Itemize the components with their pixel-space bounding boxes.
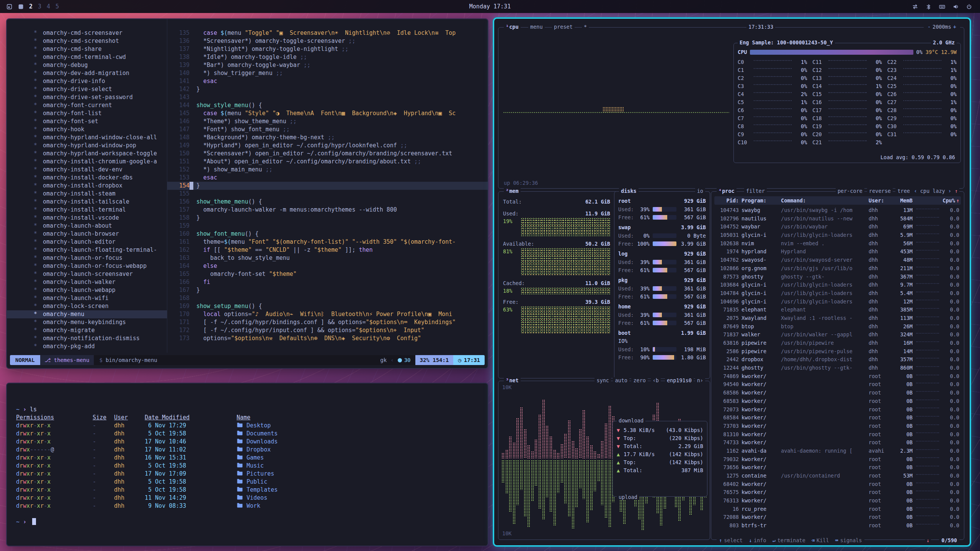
code-line[interactable]: 171 [ -f ~/.config/hypr/bindings.conf ] … xyxy=(167,318,488,326)
file-list-item[interactable]: * omarchy-menu-keybindings xyxy=(7,318,167,326)
menu-button[interactable]: menu xyxy=(528,24,545,30)
file-list-item[interactable]: * omarchy-font-list xyxy=(7,109,167,117)
footer-action[interactable]: ⌫Kill xyxy=(812,537,829,543)
process-row[interactable]: 81310 kworker/ root 0B 0.0 xyxy=(716,430,959,439)
code-line[interactable]: 147 *Font*) show_font_menu ;; xyxy=(167,126,488,134)
process-row[interactable]: 68584 kworker/ root 0B 0.0 xyxy=(716,414,959,422)
code-line[interactable]: 138 *Idle*) omarchy-toggle-idle ;; xyxy=(167,53,488,61)
file-list-item[interactable]: * omarchy-install-vscode xyxy=(7,214,167,222)
file-list-item[interactable]: * omarchy-hyprland-window-pop xyxy=(7,142,167,150)
preset-star[interactable]: * xyxy=(582,24,589,30)
footer-action[interactable]: ↵terminate xyxy=(773,537,805,543)
preset-button[interactable]: preset xyxy=(552,24,575,30)
process-row[interactable]: 94540 kworker/ root 0B 0.0 xyxy=(716,380,959,389)
code-line[interactable]: 162 if [[ "$theme" == "CNCLD" || -z "$th… xyxy=(167,246,488,254)
tree-button[interactable]: tree xyxy=(895,188,912,194)
file-list-item[interactable]: * omarchy-launch-webapp xyxy=(7,286,167,294)
file-list-item[interactable]: * omarchy-dev-add-migration xyxy=(7,69,167,77)
process-row[interactable]: 2586 pipewire /usr/bin/pipewire-pulse dh… xyxy=(716,347,959,356)
file-list-item[interactable]: * omarchy-notification-dismiss xyxy=(7,334,167,342)
process-row[interactable]: 1974 hyprland Hyprland dhh 453M 0.0 xyxy=(716,248,959,256)
code-line[interactable]: 144 show_style_menu() { xyxy=(167,101,488,109)
process-row[interactable]: 71837 walker /usr/bin/walker --gappl dhh… xyxy=(716,331,959,339)
process-row[interactable]: 68402 kworker/ root 0B 0.0 xyxy=(716,480,959,489)
process-row[interactable]: 16 rcu_pree root 0B 0.0 xyxy=(716,505,959,514)
code-line[interactable]: 135 case $(menu "Toggle" "▣ Screensaver\… xyxy=(167,29,488,37)
code-line[interactable]: 172 [ -f ~/.config/hypr/input.conf ] && … xyxy=(167,326,488,334)
file-list-item[interactable]: * omarchy-drive-info xyxy=(7,77,167,85)
iface-next-button[interactable]: n› xyxy=(695,377,705,383)
code-line[interactable]: 165 omarchy-font-set "$theme" xyxy=(167,270,488,278)
file-list-item[interactable]: * omarchy-pkg-add xyxy=(7,342,167,350)
code-line[interactable]: 166 fi xyxy=(167,278,488,286)
code-line[interactable]: 140 *) show_trigger_menu ;; xyxy=(167,69,488,77)
process-row[interactable]: 12244 ghostty /usr/bin/ghostty --gtk- dh… xyxy=(716,364,959,372)
code-line[interactable]: 168 xyxy=(167,294,488,302)
code-line[interactable]: 170 local options="♪ Audio\n⌁ Wifi\nᛒ Bl… xyxy=(167,310,488,318)
process-row[interactable]: 104762 swayosd- /usr/bin/swayosd-server … xyxy=(716,256,959,264)
file-list-item[interactable]: * omarchy-hyprland-window-close-all xyxy=(7,134,167,142)
code-line[interactable]: 150 *Screensaver*) open_in_editor ~/.con… xyxy=(167,150,488,158)
process-row[interactable]: 76313 kworker/ root 0B 0.0 xyxy=(716,497,959,505)
filter-button[interactable]: filter xyxy=(744,188,767,194)
code-line[interactable]: 136 *Screensaver*) omarchy-toggle-screen… xyxy=(167,37,488,45)
code-line[interactable]: 161 theme=$(menu "Font" "$(omarchy-font-… xyxy=(167,238,488,246)
per-core-button[interactable]: per-core xyxy=(836,188,864,194)
file-list-item[interactable]: * omarchy-launch-editor xyxy=(7,238,167,246)
code-line[interactable]: 155 xyxy=(167,190,488,198)
footer-action[interactable]: ⌨signals xyxy=(835,537,862,543)
process-row[interactable]: 102866 org.gnom /usr/bin/gjs /usr/lib/o … xyxy=(716,264,959,273)
code-line[interactable]: 167 } xyxy=(167,286,488,294)
code-line[interactable]: 148 *Background*) omarchy-theme-bg-next … xyxy=(167,134,488,142)
footer-action[interactable]: ↑select xyxy=(719,537,743,543)
code-line[interactable]: 169 show_setup_menu() { xyxy=(167,302,488,310)
process-row[interactable]: 87573 ghostty ghostty --gtk- dhh 367M 0.… xyxy=(716,273,959,281)
interval-plus-button[interactable]: + xyxy=(951,24,958,30)
code-line[interactable]: 142 } xyxy=(167,85,488,93)
zero-button[interactable]: zero xyxy=(631,377,648,383)
code-line[interactable]: 158 } xyxy=(167,214,488,222)
process-row[interactable]: 104743 swaybg /usr/bin/swaybg -i /hom dh… xyxy=(716,206,959,215)
io-mode-button[interactable]: io xyxy=(695,188,705,194)
file-list-item[interactable]: * omarchy-launch-about xyxy=(7,222,167,230)
file-list-item[interactable]: * omarchy-hyprland-workspace-toggle xyxy=(7,150,167,158)
process-row[interactable]: 1162 avahi-da avahi-daemon: running [ av… xyxy=(716,447,959,455)
iface-prev-button[interactable]: ‹b xyxy=(651,377,661,383)
process-row[interactable]: 2442 dropbox /home/dhh/.dropbox-dist dhh… xyxy=(716,355,959,364)
process-row[interactable]: 71835 elephant elephant dhh 385M 0.0 xyxy=(716,306,959,314)
file-list-item[interactable]: * omarchy-launch-wifi xyxy=(7,294,167,302)
process-row[interactable]: 1275 containe /usr/bin/containerd root 5… xyxy=(716,472,959,480)
code-line[interactable]: 139 *Bar*) omarchy-toggle-waybar ;; xyxy=(167,61,488,69)
file-list-item[interactable]: * omarchy-install-chromium-google-a xyxy=(7,158,167,166)
file-list-item[interactable]: * omarchy-install-tailscale xyxy=(7,198,167,206)
terminal-prompt[interactable]: ~ › xyxy=(16,518,488,526)
code-line[interactable]: 149 *Hyprland*) open_in_editor ~/.config… xyxy=(167,142,488,150)
process-row[interactable]: 72088 kworker/ root 0B 0.0 xyxy=(716,513,959,522)
code-line[interactable]: 160 show_font_menu() { xyxy=(167,230,488,238)
file-list-item[interactable]: * omarchy-menu xyxy=(7,310,167,318)
file-list-item[interactable]: * omarchy-launch-walker xyxy=(7,278,167,286)
code-line[interactable]: 141 esac xyxy=(167,77,488,85)
process-row[interactable]: 102638 nvim nvim --embed . dhh 56M 0.0 xyxy=(716,240,959,248)
process-row[interactable]: 803 btrfs-tr root 0B 0.0 xyxy=(716,522,959,530)
process-row[interactable]: 63816 pipewire /usr/bin/pipewire dhh 16M… xyxy=(716,339,959,347)
code-pane[interactable]: 135 case $(menu "Toggle" "▣ Screensaver\… xyxy=(167,19,488,353)
file-list-item[interactable]: * omarchy-migrate xyxy=(7,326,167,334)
code-line[interactable]: 143 xyxy=(167,93,488,101)
process-row[interactable]: 68586 kworker/ root 0B 0.0 xyxy=(716,389,959,397)
process-row[interactable]: 76575 kworker/ root 0B 0.0 xyxy=(716,488,959,497)
process-row[interactable]: 104784 glycin-i /usr/lib/glycin-loaders … xyxy=(716,289,959,298)
sort-column[interactable]: Cpu%↑ xyxy=(942,197,959,204)
code-line[interactable]: 159 xyxy=(167,222,488,230)
file-list-item[interactable]: * omarchy-launch-floating-terminal- xyxy=(7,246,167,254)
file-list-item[interactable]: * omarchy-install-dev-env xyxy=(7,166,167,174)
sort-selector[interactable]: ‹ cpu lazy › xyxy=(912,188,953,194)
file-list-item[interactable]: * omarchy-drive-select xyxy=(7,85,167,93)
code-line[interactable]: 145 case $(menu "Style" "◑ Theme\nA Font… xyxy=(167,109,488,117)
process-row[interactable]: 103684 glycin-i /usr/lib/glycin-loaders … xyxy=(716,281,959,289)
footer-action[interactable]: ↓info xyxy=(749,537,766,543)
process-row[interactable]: 79032 kworker/ root 0B 0.0 xyxy=(716,455,959,464)
file-list-item[interactable]: * omarchy-launch-screensaver xyxy=(7,270,167,278)
file-list-item[interactable]: * omarchy-cmd-screenshot xyxy=(7,37,167,45)
file-list-item[interactable]: * omarchy-hook xyxy=(7,126,167,134)
